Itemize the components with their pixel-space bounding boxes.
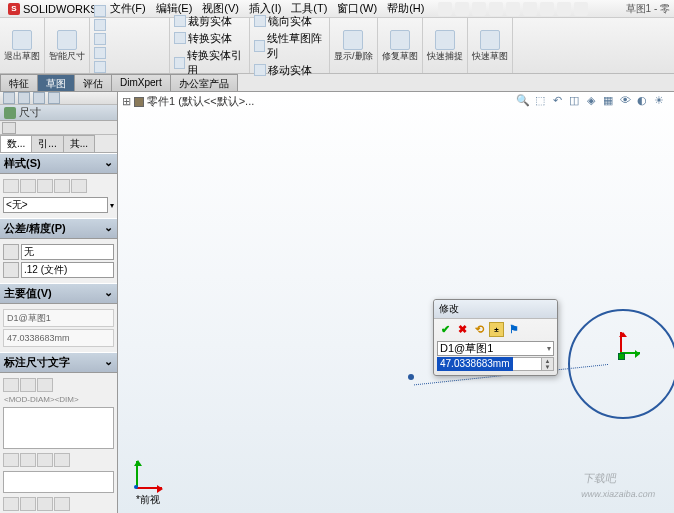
ribbon-quick-snap[interactable]: 快速捕捉 bbox=[423, 18, 468, 73]
tol-precision-combo[interactable]: .12 (文件) bbox=[3, 262, 114, 278]
qa-rebuild-icon[interactable] bbox=[557, 2, 571, 16]
hide-show-icon[interactable]: 👁 bbox=[618, 94, 632, 108]
ribbon-display-delete[interactable]: 显示/删除 bbox=[330, 18, 378, 73]
modify-value-field[interactable]: 47.0338683mm ▲▼ bbox=[437, 357, 554, 371]
expand-icon[interactable]: ⊞ bbox=[122, 95, 131, 108]
view-orient-icon[interactable]: ◈ bbox=[584, 94, 598, 108]
convert-tool[interactable]: 转换实体 bbox=[174, 31, 245, 46]
mark-button[interactable]: ⚑ bbox=[506, 322, 521, 337]
qa-select-icon[interactable] bbox=[540, 2, 554, 16]
style-btn-2[interactable] bbox=[20, 179, 36, 193]
modify-value-selected[interactable]: 47.0338683mm bbox=[437, 357, 513, 371]
spline-tool[interactable] bbox=[94, 61, 165, 73]
style-btn-5[interactable] bbox=[71, 179, 87, 193]
tab-sketch[interactable]: 草图 bbox=[37, 74, 75, 91]
rect-tool[interactable] bbox=[94, 19, 165, 31]
section-view-icon[interactable]: ◫ bbox=[567, 94, 581, 108]
pm-ok-icon[interactable] bbox=[2, 122, 16, 134]
tab-office[interactable]: 办公室产品 bbox=[170, 74, 238, 91]
pm-config-icon[interactable] bbox=[33, 92, 45, 104]
pm-tree-icon[interactable] bbox=[3, 92, 15, 104]
qa-redo-icon[interactable] bbox=[523, 2, 537, 16]
pm-prop-icon[interactable] bbox=[18, 92, 30, 104]
qa-new-icon[interactable] bbox=[438, 2, 452, 16]
sym-2[interactable] bbox=[20, 453, 36, 467]
ribbon-exit-sketch[interactable]: 退出草图 bbox=[0, 18, 45, 73]
rapid-icon bbox=[480, 30, 500, 50]
menu-window[interactable]: 窗口(W) bbox=[333, 0, 381, 18]
pm-title-bar: 尺寸 bbox=[0, 105, 117, 121]
sym-1[interactable] bbox=[3, 453, 19, 467]
ribbon-smart-dimension[interactable]: 智能尺寸 bbox=[45, 18, 90, 73]
ribbon-rapid-sketch[interactable]: 快速草图 bbox=[468, 18, 513, 73]
line-tool[interactable] bbox=[94, 5, 165, 17]
dim-value-field[interactable]: 47.0338683mm bbox=[3, 329, 114, 347]
qa-save-icon[interactable] bbox=[472, 2, 486, 16]
breadcrumb-text[interactable]: 零件1 (默认<<默认>... bbox=[147, 94, 254, 109]
mirror-tool[interactable]: 镜向实体 bbox=[254, 14, 325, 29]
align-btn-2[interactable] bbox=[20, 378, 36, 392]
appearance-icon[interactable]: ◐ bbox=[635, 94, 649, 108]
qa-open-icon[interactable] bbox=[455, 2, 469, 16]
fmt-2[interactable] bbox=[20, 497, 36, 511]
menu-help[interactable]: 帮助(H) bbox=[383, 0, 428, 18]
sym-4[interactable] bbox=[54, 453, 70, 467]
subtab-other[interactable]: 其... bbox=[63, 135, 95, 152]
subtab-value[interactable]: 数... bbox=[0, 135, 32, 152]
ribbon-repair-sketch[interactable]: 修复草图 bbox=[378, 18, 423, 73]
align-btn-1[interactable] bbox=[3, 378, 19, 392]
modify-name-field[interactable]: D1@草图1 ▾ bbox=[437, 341, 554, 356]
trim-tool[interactable]: 裁剪实体 bbox=[174, 14, 245, 29]
fmt-4[interactable] bbox=[54, 497, 70, 511]
section-dimtext-header[interactable]: 标注尺寸文字⌄ bbox=[0, 352, 117, 373]
style-combo[interactable]: <无>▾ bbox=[3, 197, 114, 213]
prev-view-icon[interactable]: ↶ bbox=[550, 94, 564, 108]
fmt-3[interactable] bbox=[37, 497, 53, 511]
dim-name-field[interactable]: D1@草图1 bbox=[3, 309, 114, 327]
zoom-fit-icon[interactable]: 🔍 bbox=[516, 94, 530, 108]
section-style-header[interactable]: 样式(S)⌄ bbox=[0, 153, 117, 174]
graphics-area[interactable]: ⊞ 零件1 (默认<<默认>... 🔍 ⬚ ↶ ◫ ◈ ▦ 👁 ◐ ☀ bbox=[118, 92, 674, 513]
ok-button[interactable]: ✔ bbox=[438, 322, 453, 337]
qa-undo-icon[interactable] bbox=[506, 2, 520, 16]
qa-print-icon[interactable] bbox=[489, 2, 503, 16]
tab-dimxpert[interactable]: DimXpert bbox=[111, 74, 171, 91]
sketch-circle[interactable] bbox=[568, 309, 674, 419]
cancel-button[interactable]: ✖ bbox=[455, 322, 470, 337]
align-btn-3[interactable] bbox=[37, 378, 53, 392]
tol-type-combo[interactable]: 无 bbox=[3, 244, 114, 260]
style-btn-3[interactable] bbox=[37, 179, 53, 193]
subtab-leaders[interactable]: 引... bbox=[31, 135, 63, 152]
sym-3[interactable] bbox=[37, 453, 53, 467]
spin-down-icon[interactable]: ▼ bbox=[542, 364, 553, 370]
dropdown-icon[interactable]: ▾ bbox=[547, 344, 551, 353]
linear-pattern-tool[interactable]: 线性草图阵列 bbox=[254, 31, 325, 61]
circle-icon bbox=[94, 33, 106, 45]
tab-evaluate[interactable]: 评估 bbox=[74, 74, 112, 91]
tab-feature[interactable]: 特征 bbox=[0, 74, 38, 91]
dimtext-textarea-2[interactable] bbox=[3, 471, 114, 493]
dim-handle-left[interactable] bbox=[408, 374, 414, 380]
rebuild-button[interactable]: ⟲ bbox=[472, 322, 487, 337]
section-tolerance-header[interactable]: 公差/精度(P)⌄ bbox=[0, 218, 117, 239]
tol-prec-value: .12 (文件) bbox=[21, 262, 114, 278]
scene-icon[interactable]: ☀ bbox=[652, 94, 666, 108]
reverse-button[interactable]: ± bbox=[489, 322, 504, 337]
zoom-area-icon[interactable]: ⬚ bbox=[533, 94, 547, 108]
modify-title[interactable]: 修改 bbox=[434, 300, 557, 319]
modify-dialog[interactable]: 修改 ✔ ✖ ⟲ ± ⚑ D1@草图1 ▾ 47.0338683mm ▲▼ bbox=[433, 299, 558, 376]
pm-dim-icon[interactable] bbox=[48, 92, 60, 104]
arc-tool[interactable] bbox=[94, 47, 165, 59]
section-primary-header[interactable]: 主要值(V)⌄ bbox=[0, 283, 117, 304]
offset-tool[interactable]: 转换实体引用 bbox=[174, 48, 245, 78]
dimtext-textarea[interactable] bbox=[3, 407, 114, 449]
qa-options-icon[interactable] bbox=[574, 2, 588, 16]
rapid-label: 快速草图 bbox=[472, 51, 508, 61]
style-btn-4[interactable] bbox=[54, 179, 70, 193]
circle-tool[interactable] bbox=[94, 33, 165, 45]
display-style-icon[interactable]: ▦ bbox=[601, 94, 615, 108]
move-tool[interactable]: 移动实体 bbox=[254, 63, 325, 78]
style-btn-1[interactable] bbox=[3, 179, 19, 193]
origin-point[interactable] bbox=[618, 353, 625, 360]
fmt-1[interactable] bbox=[3, 497, 19, 511]
